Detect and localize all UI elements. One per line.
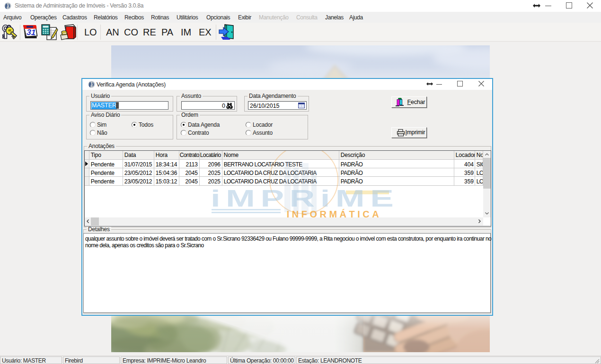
svg-text:31: 31 xyxy=(27,28,36,37)
